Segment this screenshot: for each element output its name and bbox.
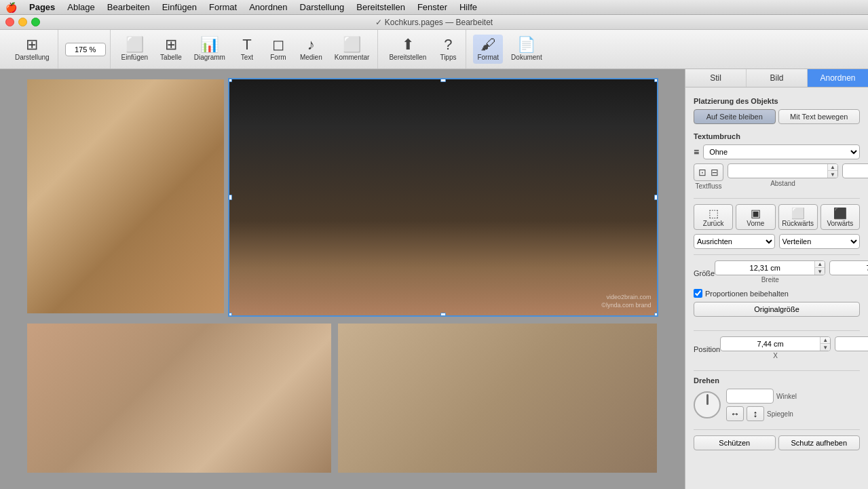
image-bread[interactable]: video2brain.com©lynda.com brand xyxy=(229,79,657,315)
abstand-arrows: ▲ ▼ xyxy=(827,164,837,178)
textfluss-icon1[interactable]: ⊡ xyxy=(697,165,708,179)
medien-label: Medien xyxy=(300,54,322,61)
close-button[interactable] xyxy=(5,18,14,26)
handle-tc[interactable] xyxy=(440,79,446,82)
x-value[interactable] xyxy=(721,340,820,348)
btn-mit-text[interactable]: Mit Text bewegen xyxy=(778,109,861,124)
image-garlic[interactable] xyxy=(27,79,224,313)
menu-anordnen[interactable]: Anordnen xyxy=(244,1,293,14)
kommentar-button[interactable]: ⬜ Kommentar xyxy=(331,35,374,64)
text-button[interactable]: T Text xyxy=(233,35,261,64)
menu-fenster[interactable]: Fenster xyxy=(412,1,453,14)
watermark: video2brain.com©lynda.com brand xyxy=(601,293,651,310)
btn-vorwarts[interactable]: ⬛ Vorwärts xyxy=(820,204,860,230)
btn-vorne[interactable]: ▣ Vorne xyxy=(736,204,775,230)
y-value[interactable] xyxy=(835,340,868,348)
handle-ml[interactable] xyxy=(229,195,232,200)
image-hand[interactable] xyxy=(27,324,331,473)
proportionen-label: Proportionen beibehalten xyxy=(705,290,789,298)
einfuegen-button[interactable]: ⬜ Einfügen xyxy=(117,35,152,64)
menu-pages[interactable]: Pages xyxy=(24,1,60,14)
winkel-value[interactable] xyxy=(727,392,774,400)
tabelle-label: Tabelle xyxy=(160,54,182,61)
proportionen-checkbox[interactable] xyxy=(694,289,702,298)
x-down[interactable]: ▼ xyxy=(820,344,830,351)
x-up[interactable]: ▲ xyxy=(820,337,830,344)
section-drehen: Drehen ▲ ▼ Winkel xyxy=(694,376,860,421)
btn-auf-seite[interactable]: Auf Seite bleiben xyxy=(694,109,776,124)
text-icon: T xyxy=(242,37,251,52)
toolbar: ⊞ Darstellung ⬜ Einfügen ⊞ Tabelle 📊 Dia… xyxy=(0,30,868,69)
rotate-wheel[interactable] xyxy=(694,391,721,418)
tab-bild[interactable]: Bild xyxy=(747,69,808,87)
menu-darstellung[interactable]: Darstellung xyxy=(295,1,350,14)
section-platzierung: Platzierung des Objekts Auf Seite bleibe… xyxy=(694,97,860,124)
apple-menu[interactable]: 🍎 xyxy=(5,2,17,13)
textfluss-icon2[interactable]: ⊟ xyxy=(709,165,720,179)
menu-format[interactable]: Format xyxy=(204,1,242,14)
dokument-button[interactable]: 📄 Dokument xyxy=(507,35,546,64)
zuruck-icon: ⬚ xyxy=(694,207,732,220)
abstand-up[interactable]: ▲ xyxy=(828,164,837,171)
handle-mr[interactable] xyxy=(654,195,657,200)
tab-stil[interactable]: Stil xyxy=(685,69,747,87)
tipps-button[interactable]: ? Tipps xyxy=(434,35,461,64)
medien-button[interactable]: ♪ Medien xyxy=(296,35,326,64)
abstand-value[interactable] xyxy=(728,167,827,175)
form-icon: ◻ xyxy=(272,37,284,52)
spiegel-v-button[interactable]: ↕ xyxy=(747,406,764,421)
canvas-inner: video2brain.com©lynda.com brand xyxy=(0,69,685,489)
schutz-aufheben-button[interactable]: Schutz aufheben xyxy=(778,435,861,450)
tipps-icon: ? xyxy=(444,37,452,52)
btn-ruckwarts[interactable]: ⬜ Rückwärts xyxy=(778,204,818,230)
winkel-row: ▲ ▼ Winkel xyxy=(726,389,810,404)
format-button[interactable]: 🖌 Format xyxy=(473,35,503,64)
menu-hilfe[interactable]: Hilfe xyxy=(454,1,483,14)
breite-value[interactable] xyxy=(715,264,814,272)
bereitstellen-button[interactable]: ⬆ Bereitstellen xyxy=(385,35,430,64)
abstand-down[interactable]: ▼ xyxy=(828,171,837,178)
handle-tl[interactable] xyxy=(229,79,232,82)
menu-bearbeiten[interactable]: Bearbeiten xyxy=(102,1,155,14)
y-item: ▲ ▼ Y xyxy=(835,336,868,359)
form-button[interactable]: ◻ Form xyxy=(265,35,292,64)
abstand-item: ▲ ▼ Abstand xyxy=(728,163,838,190)
canvas-area[interactable]: video2brain.com©lynda.com brand xyxy=(0,69,685,489)
alpha-value[interactable] xyxy=(843,167,868,175)
schutzen-button[interactable]: Schützen xyxy=(694,435,776,450)
textumbruch-select[interactable]: Ohne Automatisch xyxy=(703,144,860,159)
breite-item: ▲ ▼ Breite xyxy=(715,260,825,283)
handle-tr[interactable] xyxy=(654,79,657,82)
hohe-value[interactable] xyxy=(830,264,868,272)
verteilen-select[interactable]: Verteilen xyxy=(779,234,861,249)
tabelle-button[interactable]: ⊞ Tabelle xyxy=(156,35,186,64)
tab-anordnen[interactable]: Anordnen xyxy=(808,69,868,87)
breite-down[interactable]: ▼ xyxy=(815,268,825,275)
ausrichten-select[interactable]: Ausrichten xyxy=(694,234,775,249)
garlic-visual xyxy=(27,79,224,313)
rotate-controls: ▲ ▼ Winkel ↔ ↕ Spiegeln xyxy=(726,389,810,421)
platzierung-buttons: Auf Seite bleiben Mit Text bewegen xyxy=(694,109,860,124)
handle-br[interactable] xyxy=(654,313,657,315)
menu-einfuegen[interactable]: Einfügen xyxy=(157,1,202,14)
originalgrosse-button[interactable]: Originalgröße xyxy=(694,302,860,317)
einfuegen-label: Einfügen xyxy=(121,54,148,61)
darstellung-icon: ⊞ xyxy=(26,37,38,52)
medien-icon: ♪ xyxy=(307,37,315,52)
handle-bl[interactable] xyxy=(229,313,232,315)
image-blur[interactable] xyxy=(338,324,657,473)
grosse-row: Größe ▲ ▼ Breite xyxy=(694,260,860,286)
minimize-button[interactable] xyxy=(18,18,27,26)
handle-bc[interactable] xyxy=(440,313,446,315)
zoom-input[interactable] xyxy=(65,43,106,56)
menu-bereitstellen[interactable]: Bereitstellen xyxy=(351,1,411,14)
spiegel-h-button[interactable]: ↔ xyxy=(726,406,744,421)
textumbruch-title: Textumbruch xyxy=(694,132,860,140)
diagramm-button[interactable]: 📊 Diagramm xyxy=(190,35,229,64)
window-title: ✓Kochkurs.pages — Bearbeitet xyxy=(375,18,493,27)
menu-ablage[interactable]: Ablage xyxy=(62,1,100,14)
btn-zuruck[interactable]: ⬚ Zurück xyxy=(694,204,733,230)
darstellung-button[interactable]: ⊞ Darstellung xyxy=(11,35,54,64)
maximize-button[interactable] xyxy=(31,18,40,26)
breite-up[interactable]: ▲ xyxy=(815,261,825,268)
